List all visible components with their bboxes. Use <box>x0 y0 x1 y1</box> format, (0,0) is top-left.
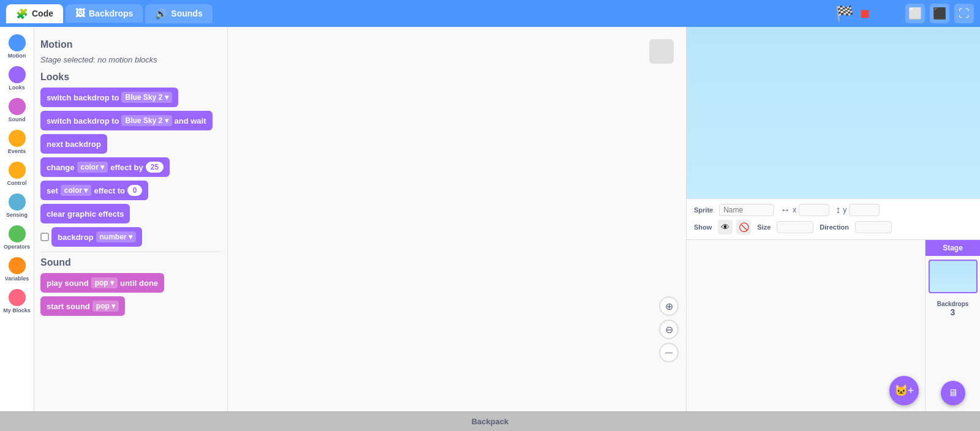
dropdown-pop-2[interactable]: pop ▾ <box>92 301 119 312</box>
block-categories-sidebar: Motion Looks Sound Events Control Sensin… <box>0 27 34 411</box>
stage-preview <box>687 27 980 198</box>
tab-code-label: Code <box>32 9 53 18</box>
size-input[interactable] <box>777 221 813 233</box>
canvas-corner-btn <box>649 39 674 64</box>
top-bar: 🧩 Code 🖼 Backdrops 🔊 Sounds 🏁 ⏹ ⬜ ⬛ ⛶ <box>0 0 980 27</box>
value-25[interactable]: 25 <box>146 162 164 173</box>
sidebar-item-sensing[interactable]: Sensing <box>1 191 33 220</box>
block-backdrop-number[interactable]: backdrop number ▾ <box>51 227 142 247</box>
dropdown-color-1[interactable]: color ▾ <box>77 162 108 173</box>
zoom-out-button[interactable]: ⊖ <box>659 320 679 339</box>
myblocks-dot <box>9 289 26 306</box>
layout-btn-1[interactable]: ⬜ <box>905 4 925 23</box>
zoom-in-button[interactable]: ⊕ <box>659 296 679 316</box>
show-visible-btn[interactable]: 👁 <box>718 220 733 234</box>
x-arrow-icon: ↔ <box>780 204 790 216</box>
backdrops-icon: 🖼 <box>75 8 85 19</box>
stage-column: Stage Backdrops 3 🖥 <box>925 240 980 411</box>
block-switch-backdrop[interactable]: switch backdrop to Blue Sky 2 ▾ <box>40 88 178 107</box>
top-bar-controls: 🏁 ⏹ ⬜ ⬛ ⛶ <box>835 4 974 23</box>
tab-sounds[interactable]: 🔊 Sounds <box>145 4 212 23</box>
looks-label: Looks <box>9 84 25 91</box>
size-label: Size <box>757 223 771 231</box>
sprite-info-row-1: Sprite ↔ x ↕ y <box>694 204 973 216</box>
direction-input[interactable] <box>855 221 892 233</box>
block-backdrop-number-row: backdrop number ▾ <box>40 227 221 247</box>
variables-label: Variables <box>5 275 29 282</box>
sprite-info-row-2: Show 👁 🚫 Size Direction <box>694 220 973 234</box>
sidebar-item-sound[interactable]: Sound <box>1 96 33 125</box>
block-set-color[interactable]: set color ▾ effect to 0 <box>40 181 148 200</box>
show-icon-group: 👁 🚫 <box>718 220 751 234</box>
stage-right-button[interactable]: 🖥 <box>941 381 965 405</box>
block-next-backdrop[interactable]: next backdrop <box>40 134 107 154</box>
block-start-sound[interactable]: start sound pop ▾ <box>40 296 125 316</box>
layout-btn-2[interactable]: ⬛ <box>930 4 949 23</box>
sidebar-item-motion[interactable]: Motion <box>1 32 33 61</box>
tab-sounds-label: Sounds <box>171 9 202 18</box>
stage-background <box>687 27 980 198</box>
sidebar-item-myblocks[interactable]: My Blocks <box>1 287 33 316</box>
x-value-input[interactable] <box>799 204 829 216</box>
sound-section-title: Sound <box>40 257 221 268</box>
stage-mini-preview <box>929 260 978 293</box>
operators-label: Operators <box>4 244 30 250</box>
block-switch-backdrop-wait[interactable]: switch backdrop to Blue Sky 2 ▾ and wait <box>40 111 213 130</box>
dropdown-number[interactable]: number ▾ <box>96 231 136 242</box>
dropdown-backdrop-2[interactable]: Blue Sky 2 ▾ <box>121 115 172 126</box>
control-label: Control <box>7 180 27 186</box>
right-bottom-area: 🐱+ Stage Backdrops 3 🖥 <box>687 240 980 411</box>
sidebar-item-looks[interactable]: Looks <box>1 64 33 93</box>
sidebar-item-events[interactable]: Events <box>1 127 33 157</box>
block-change-color[interactable]: change color ▾ effect by 25 <box>40 157 170 177</box>
code-icon: 🧩 <box>16 8 28 20</box>
main-area: Motion Looks Sound Events Control Sensin… <box>0 27 980 411</box>
x-label: x <box>793 206 796 214</box>
sprite-name-input[interactable] <box>719 204 774 216</box>
sidebar-item-control[interactable]: Control <box>1 159 33 189</box>
sprite-x-coord: ↔ x <box>780 204 829 216</box>
fullscreen-btn[interactable]: ⛶ <box>954 4 974 23</box>
sprite-list-area: 🐱+ <box>687 240 925 411</box>
backpack-bar[interactable]: Backpack <box>0 411 980 431</box>
block-panel: Motion Stage selected: no motion blocks … <box>34 27 228 411</box>
add-sprite-icon: 🐱+ <box>894 384 914 397</box>
sound-label: Sound <box>9 116 26 122</box>
block-clear-graphic-effects[interactable]: clear graphic effects <box>40 204 130 223</box>
add-sprite-button[interactable]: 🐱+ <box>889 376 919 405</box>
dropdown-color-2[interactable]: color ▾ <box>61 185 92 196</box>
looks-section-title: Looks <box>40 72 221 83</box>
tab-backdrops[interactable]: 🖼 Backdrops <box>66 4 143 23</box>
stage-tab-header[interactable]: Stage <box>925 240 980 256</box>
sensing-dot <box>9 193 26 211</box>
y-arrow-icon: ↕ <box>835 204 840 216</box>
value-0[interactable]: 0 <box>127 185 142 196</box>
right-panel: Sprite ↔ x ↕ y Show 👁 🚫 <box>686 27 980 411</box>
code-canvas[interactable]: ⊕ ⊖ — <box>228 27 686 411</box>
stage-icon: 🖥 <box>948 388 958 399</box>
variables-dot <box>9 257 26 274</box>
red-stop-button[interactable]: ⏹ <box>859 7 871 21</box>
sound-dot <box>9 98 26 115</box>
y-value-input[interactable] <box>849 204 880 216</box>
motion-subtitle: Stage selected: no motion blocks <box>40 55 221 64</box>
fit-screen-button[interactable]: — <box>659 343 679 362</box>
zoom-controls: ⊕ ⊖ — <box>659 296 679 362</box>
myblocks-label: My Blocks <box>3 307 31 313</box>
backdrop-number-checkbox[interactable] <box>40 233 49 241</box>
dropdown-pop-1[interactable]: pop ▾ <box>91 277 118 288</box>
backpack-label: Backpack <box>472 417 509 426</box>
sprite-y-coord: ↕ y <box>835 204 880 216</box>
stage-label: Stage <box>943 244 963 252</box>
show-hidden-btn[interactable]: 🚫 <box>736 220 751 234</box>
sidebar-item-operators[interactable]: Operators <box>1 223 33 252</box>
motion-section-title: Motion <box>40 39 221 50</box>
dropdown-backdrop-1[interactable]: Blue Sky 2 ▾ <box>121 92 172 103</box>
sidebar-item-variables[interactable]: Variables <box>1 255 33 284</box>
tab-code[interactable]: 🧩 Code <box>6 4 63 23</box>
block-play-sound[interactable]: play sound pop ▾ until done <box>40 273 164 293</box>
green-flag-button[interactable]: 🏁 <box>835 5 854 22</box>
motion-label: Motion <box>8 53 26 59</box>
sensing-label: Sensing <box>6 212 28 218</box>
control-dot <box>9 162 26 179</box>
